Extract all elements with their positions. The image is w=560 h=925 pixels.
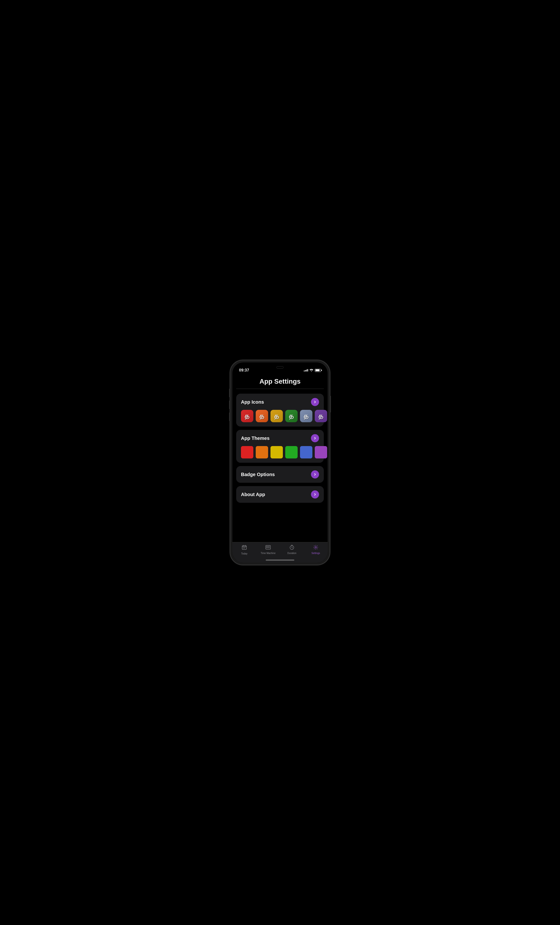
screen-content[interactable]: App Settings App Icons த த [233, 375, 327, 542]
app-icon-purple[interactable]: த [315, 410, 327, 422]
phone-screen: 09:37 [233, 362, 327, 563]
battery-icon [315, 369, 321, 372]
app-icon-bluegray[interactable]: த [300, 410, 312, 422]
app-themes-header: App Themes [241, 434, 319, 442]
tab-time-machine[interactable]: Time Machine [256, 545, 280, 554]
svg-rect-11 [267, 547, 268, 548]
svg-rect-9 [269, 546, 270, 547]
signal-icon [304, 369, 308, 372]
about-app-title: About App [241, 492, 265, 497]
today-icon [242, 545, 247, 551]
about-app-header: About App [241, 490, 319, 499]
svg-rect-10 [266, 547, 267, 548]
duration-icon [289, 545, 294, 551]
swatch-green[interactable] [285, 446, 297, 458]
badge-options-header: Badge Options [241, 470, 319, 479]
about-app-chevron[interactable] [311, 490, 319, 499]
tab-settings-label: Settings [311, 552, 320, 554]
app-icon-green[interactable]: த [285, 410, 297, 422]
badge-options-title: Badge Options [241, 472, 275, 477]
badge-options-card[interactable]: Badge Options [236, 466, 324, 483]
about-app-card[interactable]: About App [236, 486, 324, 503]
app-themes-card[interactable]: App Themes [236, 430, 324, 463]
swatch-purple[interactable] [315, 446, 327, 458]
app-icons-title: App Icons [241, 399, 264, 405]
swatch-blue[interactable] [300, 446, 312, 458]
tab-today[interactable]: Today [233, 545, 256, 555]
settings-icon [313, 545, 318, 551]
status-time: 09:37 [239, 368, 249, 372]
tab-settings[interactable]: Settings [304, 545, 327, 554]
theme-swatches-row [241, 446, 319, 458]
app-icons-header: App Icons [241, 398, 319, 406]
tab-today-label: Today [241, 552, 248, 555]
svg-rect-7 [266, 546, 267, 547]
swatch-yellow[interactable] [270, 446, 283, 458]
app-icons-chevron[interactable] [311, 398, 319, 406]
wifi-icon [309, 369, 313, 372]
status-bar: 09:37 [233, 362, 327, 375]
app-icon-orange[interactable]: த [256, 410, 268, 422]
tab-duration-label: Duration [287, 552, 296, 554]
tab-duration[interactable]: Duration [280, 545, 304, 554]
phone-device: 09:37 [230, 360, 330, 565]
status-icons [304, 369, 321, 372]
app-themes-title: App Themes [241, 435, 270, 441]
app-icons-card[interactable]: App Icons த த த த [236, 394, 324, 426]
tab-time-machine-label: Time Machine [261, 552, 275, 554]
svg-rect-8 [267, 546, 268, 547]
svg-point-17 [315, 547, 317, 548]
app-icon-yellow[interactable]: த [270, 410, 283, 422]
home-indicator [266, 559, 294, 561]
svg-line-15 [292, 548, 293, 548]
app-icon-red[interactable]: த [241, 410, 253, 422]
time-machine-icon [266, 545, 271, 551]
app-icons-row: த த த த த த [241, 410, 319, 422]
swatch-red[interactable] [241, 446, 253, 458]
swatch-orange[interactable] [256, 446, 268, 458]
app-themes-chevron[interactable] [311, 434, 319, 442]
badge-options-chevron[interactable] [311, 470, 319, 479]
page-title: App Settings [236, 375, 324, 389]
dynamic-island [276, 366, 284, 369]
svg-rect-12 [269, 547, 270, 548]
